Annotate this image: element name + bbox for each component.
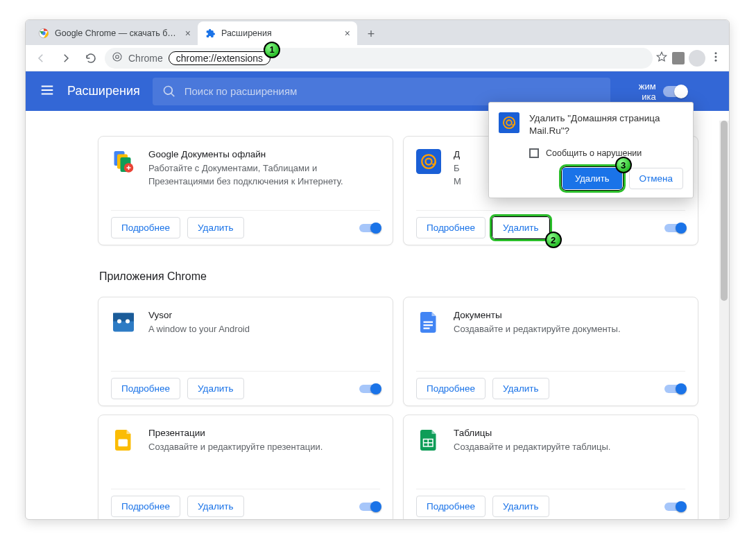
profile-avatar[interactable] (689, 50, 705, 67)
section-title-chrome-apps: Приложения Chrome (99, 270, 698, 283)
menu-icon[interactable] (40, 82, 55, 101)
remove-button[interactable]: Удалить (492, 496, 549, 517)
enable-toggle[interactable] (664, 224, 685, 232)
dialog-title: Удалить "Домашняя страница Mail.Ru"? (529, 112, 683, 137)
details-button[interactable]: Подробнее (111, 496, 180, 517)
mailru-icon (499, 112, 519, 133)
address-host-label: Chrome (128, 53, 163, 64)
tab-title: Google Chrome — скачать бесп (55, 28, 180, 38)
chrome-window: – ▢ ✕ Google Chrome — скачать бесп × Рас… (25, 19, 730, 520)
card-title: Презентации (148, 428, 323, 438)
enable-toggle[interactable] (359, 385, 380, 393)
enable-toggle[interactable] (359, 224, 380, 232)
card-description: Создавайте и редактируйте таблицы. (454, 441, 610, 454)
svg-point-4 (715, 52, 717, 54)
details-button[interactable]: Подробнее (111, 217, 180, 238)
mailru-icon (416, 149, 441, 174)
svg-rect-23 (499, 112, 519, 133)
checkbox-icon[interactable] (529, 148, 539, 158)
page-title: Расширения (67, 84, 140, 98)
chrome-icon (38, 28, 49, 39)
browser-toolbar: Chrome chrome://extensions 1 (26, 45, 729, 71)
card-description: A window to your Android (148, 323, 250, 336)
search-input[interactable] (184, 85, 601, 97)
enable-toggle[interactable] (664, 385, 685, 393)
extension-slot-icon[interactable] (672, 52, 685, 64)
card-description: Б М (454, 162, 461, 189)
remove-button[interactable]: Удалить (187, 496, 244, 517)
svg-rect-20 (424, 328, 430, 329)
app-card-google-docs: Документы Создавайте и редактируйте доку… (403, 297, 698, 406)
vysor-icon (111, 310, 136, 335)
card-title: Д (454, 149, 461, 159)
svg-point-17 (126, 320, 130, 324)
developer-mode-label: жим ика (623, 81, 656, 102)
close-tab-icon[interactable]: × (185, 28, 191, 39)
card-title: Vysor (148, 310, 250, 320)
reload-button[interactable] (80, 47, 102, 69)
app-card-vysor: Vysor A window to your Android Подробнее… (98, 297, 393, 406)
extension-card-google-docs-offline: Google Документы офлайн Работайте с Доку… (98, 136, 393, 245)
tab-title: Расширения (221, 28, 339, 38)
details-button[interactable]: Подробнее (416, 217, 486, 238)
back-button[interactable] (30, 47, 52, 69)
tab-strip: Google Chrome — скачать бесп × Расширени… (26, 20, 729, 45)
new-tab-button[interactable]: + (361, 24, 381, 44)
enable-toggle[interactable] (664, 503, 685, 511)
card-title: Документы (454, 310, 621, 320)
svg-rect-19 (424, 324, 433, 326)
developer-mode-toggle[interactable]: жим ика (623, 81, 687, 102)
svg-point-6 (715, 59, 717, 61)
remove-button[interactable]: Удалить (187, 217, 244, 238)
search-icon (162, 85, 176, 98)
chrome-page-icon (112, 51, 123, 64)
app-card-google-sheets: Таблицы Создавайте и редактируйте таблиц… (403, 415, 698, 519)
close-tab-icon[interactable]: × (345, 28, 350, 39)
card-description: Создавайте и редактируйте презентации. (148, 441, 323, 454)
remove-button[interactable]: Удалить (492, 217, 549, 238)
vertical-scrollbar[interactable] (719, 121, 729, 519)
toggle-switch-icon[interactable] (663, 86, 687, 97)
svg-point-5 (715, 55, 717, 58)
svg-rect-11 (416, 149, 441, 174)
details-button[interactable]: Подробнее (416, 378, 486, 399)
puzzle-icon (205, 28, 216, 39)
address-url: chrome://extensions (169, 51, 270, 65)
cancel-button[interactable]: Отмена (629, 168, 683, 189)
svg-point-3 (116, 55, 119, 59)
details-button[interactable]: Подробнее (416, 496, 486, 517)
tab-google-chrome-download[interactable]: Google Chrome — скачать бесп × (31, 21, 198, 45)
details-button[interactable]: Подробнее (111, 378, 180, 399)
remove-button[interactable]: Удалить (492, 378, 549, 399)
google-docs-icon (416, 310, 441, 335)
confirm-remove-button[interactable]: Удалить (562, 168, 622, 189)
svg-rect-15 (113, 313, 134, 322)
confirm-remove-dialog: Удалить "Домашняя страница Mail.Ru"? Соо… (488, 102, 694, 198)
report-abuse-checkbox[interactable]: Сообщить о нарушении (529, 148, 683, 158)
app-card-google-slides: Презентации Создавайте и редактируйте пр… (98, 415, 393, 519)
card-title: Google Документы офлайн (148, 149, 380, 159)
svg-point-2 (113, 53, 121, 61)
google-docs-offline-icon (111, 149, 136, 174)
card-description: Работайте с Документами, Таблицами и Пре… (148, 162, 380, 189)
report-abuse-label: Сообщить о нарушении (546, 148, 642, 158)
bookmark-star-icon[interactable] (655, 51, 668, 66)
address-bar[interactable]: Chrome chrome://extensions 1 (105, 48, 653, 69)
svg-point-16 (117, 320, 121, 324)
card-title: Таблицы (454, 428, 610, 438)
menu-kebab-icon[interactable] (710, 51, 722, 66)
remove-button[interactable]: Удалить (187, 378, 244, 399)
google-sheets-icon (416, 428, 441, 453)
enable-toggle[interactable] (359, 503, 380, 511)
forward-button[interactable] (55, 47, 77, 69)
card-description: Создавайте и редактируйте документы. (454, 323, 621, 336)
extensions-search[interactable] (153, 78, 610, 105)
svg-rect-21 (119, 439, 128, 447)
svg-rect-18 (424, 322, 433, 323)
google-slides-icon (111, 428, 136, 453)
tab-extensions[interactable]: Расширения × (198, 21, 357, 45)
